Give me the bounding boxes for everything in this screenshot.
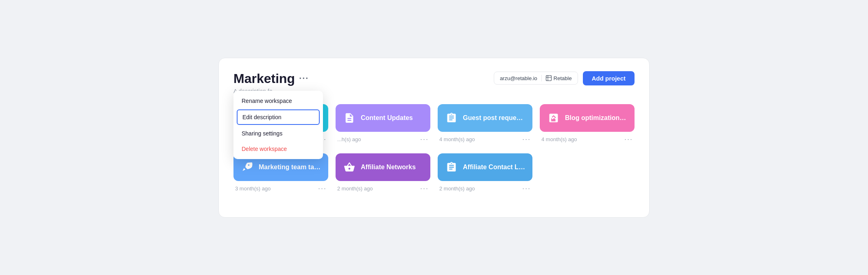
add-project-button[interactable]: Add project: [583, 71, 635, 85]
dropdown-item-edit-desc[interactable]: Edit description: [237, 109, 320, 125]
user-info-bar: arzu@retable.io Retable: [494, 72, 578, 85]
card-more-guest-post[interactable]: ···: [522, 135, 531, 144]
card-label-marketing-task: Marketing team task tr...: [259, 164, 321, 171]
card-time-marketing-task: 3 month(s) ago: [235, 186, 270, 192]
card-icon-clipboard2: [445, 161, 458, 174]
table-icon: [546, 75, 552, 81]
card-more-affiliate-contact[interactable]: ···: [522, 184, 531, 193]
dropdown-item-sharing[interactable]: Sharing settings: [233, 126, 323, 141]
card-label-guest-post: Guest post request form: [463, 114, 525, 122]
dropdown-item-rename[interactable]: Rename workspace: [233, 93, 323, 109]
user-email: arzu@retable.io: [500, 75, 537, 81]
workspace-title: Marketing ···: [233, 71, 309, 86]
divider: [541, 75, 542, 81]
project-card-affiliate-contact[interactable]: Affiliate Contact List: [438, 153, 532, 181]
card-wrapper-marketing-task: Marketing team task tr... 3 month(s) ago…: [233, 153, 328, 193]
header-right: arzu@retable.io Retable Add project: [494, 71, 635, 85]
card-footer-affiliate-networks: 2 month(s) ago ···: [336, 184, 430, 193]
card-time-blog-opt: 4 month(s) ago: [541, 136, 577, 142]
svg-rect-0: [546, 76, 551, 81]
card-footer-marketing-task: 3 month(s) ago ···: [233, 184, 328, 193]
card-more-affiliate-networks[interactable]: ···: [420, 184, 429, 193]
card-icon-basket: [343, 161, 356, 174]
card-wrapper-guest-post: Guest post request form 4 month(s) ago ·…: [438, 104, 532, 144]
workspace-name: Marketing: [233, 71, 295, 86]
cards-row-2: Marketing team task tr... 3 month(s) ago…: [233, 153, 635, 193]
workspace-dropdown-menu: Rename workspace Edit description Sharin…: [233, 91, 323, 159]
card-more-marketing-task[interactable]: ···: [318, 184, 327, 193]
card-footer-blog-opt: 4 month(s) ago ···: [540, 135, 635, 144]
card-label-affiliate-networks: Affiliate Networks: [361, 164, 416, 171]
card-icon-chart: [547, 111, 560, 124]
card-time-guest-post: 4 month(s) ago: [439, 136, 475, 142]
card-label-content-updates: Content Updates: [361, 114, 413, 122]
card-wrapper-blog-opt: Blog optimizations resu... 4 month(s) ag…: [540, 104, 635, 144]
project-card-blog-opt[interactable]: Blog optimizations resu...: [540, 104, 635, 132]
workspace-menu-trigger[interactable]: ···: [299, 73, 309, 84]
header-left: Marketing ··· A description fo... Rename…: [233, 71, 309, 94]
card-footer-content-updates: ...h(s) ago ···: [336, 135, 430, 144]
card-wrapper-affiliate-networks: Affiliate Networks 2 month(s) ago ···: [336, 153, 430, 193]
card-time-affiliate-contact: 2 month(s) ago: [439, 186, 475, 192]
card-label-affiliate-contact: Affiliate Contact List: [463, 164, 525, 171]
card-icon-document: [343, 111, 356, 124]
dropdown-item-delete[interactable]: Delete workspace: [233, 141, 323, 157]
header: Marketing ··· A description fo... Rename…: [233, 71, 635, 94]
card-icon-rocket: [241, 161, 254, 174]
project-card-affiliate-networks[interactable]: Affiliate Networks: [336, 153, 430, 181]
card-footer-affiliate-contact: 2 month(s) ago ···: [438, 184, 532, 193]
card-more-blog-opt[interactable]: ···: [624, 135, 633, 144]
workspace-container: Marketing ··· A description fo... Rename…: [218, 58, 650, 218]
project-card-content-updates[interactable]: Content Updates: [336, 104, 430, 132]
card-wrapper-affiliate-contact: Affiliate Contact List 2 month(s) ago ··…: [438, 153, 532, 193]
card-label-blog-opt: Blog optimizations resu...: [565, 114, 627, 122]
retable-label: Retable: [546, 75, 572, 81]
card-wrapper-content-updates: Content Updates ...h(s) ago ···: [336, 104, 430, 144]
project-card-guest-post[interactable]: Guest post request form: [438, 104, 532, 132]
card-time-affiliate-networks: 2 month(s) ago: [337, 186, 373, 192]
card-more-content-updates[interactable]: ···: [420, 135, 429, 144]
card-footer-guest-post: 4 month(s) ago ···: [438, 135, 532, 144]
card-time-content-updates: ...h(s) ago: [337, 136, 361, 142]
card-icon-clipboard: [445, 111, 458, 124]
